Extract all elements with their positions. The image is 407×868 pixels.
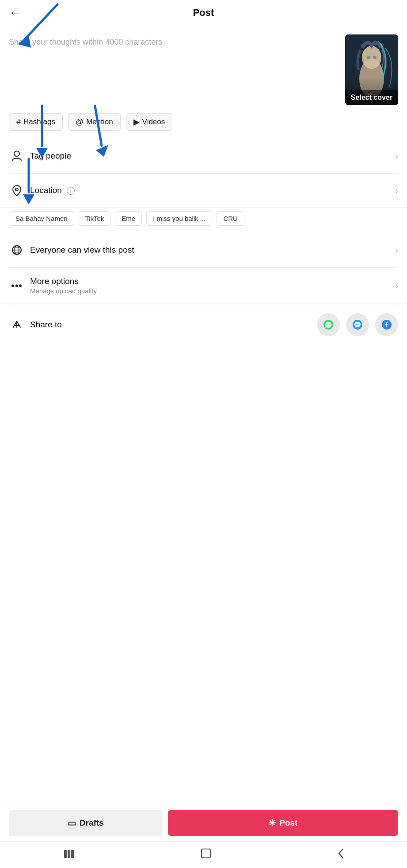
location-chip-4[interactable]: CRU [217,211,244,226]
mention-icon: @ [76,118,84,127]
location-chip-1[interactable]: TikTok [79,211,111,226]
header: ← Post [0,0,407,26]
visibility-item[interactable]: Everyone can view this post › [0,233,407,267]
hashtag-icon: # [16,118,21,127]
svg-point-14 [14,151,19,156]
globe-icon [9,242,25,258]
share-to-row: Share to [0,304,407,345]
nav-back-button[interactable] [328,844,354,866]
social-icons [317,313,398,336]
post-button[interactable]: ✳ Post [168,810,398,836]
mention-label: Mention [86,118,113,126]
chevron-right-icon: › [395,151,398,161]
post-label: Post [279,818,297,828]
mention-button[interactable]: @ Mention [68,113,121,131]
svg-rect-26 [71,850,74,858]
svg-rect-27 [202,849,210,858]
svg-rect-24 [64,850,67,858]
content-spacer [0,345,407,804]
location-content: Location i [30,186,395,195]
videos-label: Videos [142,118,165,126]
location-chip-3[interactable]: I miss you balik ... [146,211,212,226]
cover-thumbnail[interactable]: Select cover [345,34,398,105]
play-icon: ▶ [133,117,140,127]
share-icon [9,317,25,333]
more-options-item[interactable]: ••• More options Manage upload quality › [0,268,407,304]
facebook-button[interactable] [375,313,398,336]
location-chevron-icon: › [395,186,398,196]
visibility-chevron-icon: › [395,245,398,255]
info-icon: i [67,187,75,195]
location-title: Location i [30,186,395,195]
svg-point-15 [15,188,18,191]
more-options-icon: ••• [9,278,25,294]
page-title: Post [193,7,214,19]
videos-button[interactable]: ▶ Videos [126,113,173,131]
more-options-content: More options Manage upload quality [30,277,395,295]
tag-people-content: Tag people [30,151,395,161]
share-to-label: Share to [30,320,317,330]
post-sparkle-icon: ✳ [268,818,276,828]
tag-people-item[interactable]: Tag people › [0,139,407,173]
svg-rect-25 [68,850,70,858]
more-options-chevron-icon: › [395,280,398,291]
location-item[interactable]: Location i › [0,174,407,208]
visibility-title: Everyone can view this post [30,245,395,255]
location-chip-2[interactable]: Eme [115,211,142,226]
person-icon [9,148,25,164]
tag-buttons-row: # Hashtags @ Mention ▶ Videos [0,105,407,139]
drafts-label: Drafts [80,818,104,828]
hashtags-button[interactable]: # Hashtags [9,113,63,131]
location-chips-row: Sa Bahay Namen TikTok Eme I miss you bal… [0,208,407,233]
back-button[interactable]: ← [9,6,21,20]
cover-label[interactable]: Select cover [345,90,398,105]
location-icon [9,182,25,198]
tag-people-title: Tag people [30,151,395,161]
location-chip-0[interactable]: Sa Bahay Namen [9,211,74,226]
messenger-button[interactable] [346,313,369,336]
more-options-title: More options [30,277,395,286]
bottom-action-bar: ▭ Drafts ✳ Post [0,804,407,841]
nav-menu-button[interactable] [54,845,84,865]
more-options-subtitle: Manage upload quality [30,287,395,295]
whatsapp-button[interactable] [317,313,340,336]
nav-bar [0,841,407,868]
nav-home-button[interactable] [191,844,221,866]
drafts-button[interactable]: ▭ Drafts [9,810,163,836]
caption-area: Share your thoughts within 4000 characte… [0,26,407,105]
caption-input[interactable]: Share your thoughts within 4000 characte… [9,34,338,48]
visibility-content: Everyone can view this post [30,245,395,255]
hashtags-label: Hashtags [23,118,55,126]
drafts-icon: ▭ [68,818,76,828]
